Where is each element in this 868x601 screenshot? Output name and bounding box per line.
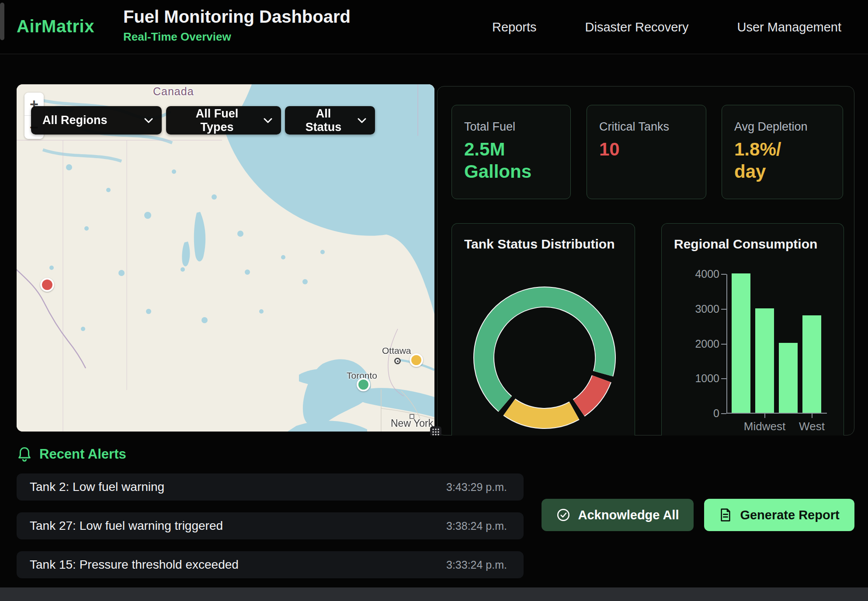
- alert-row[interactable]: Tank 15: Pressure threshold exceeded 3:3…: [17, 551, 524, 578]
- fuel-monitoring-dashboard: AirMatrix Fuel Monitoring Dashboard Real…: [0, 0, 868, 601]
- tank-status-donut-chart: [466, 279, 623, 436]
- region-filter-value: All Regions: [42, 114, 108, 127]
- alerts-title: Recent Alerts: [39, 446, 126, 462]
- y-axis-tick-label: 3000: [673, 303, 719, 315]
- bar: [779, 343, 798, 413]
- x-axis-tick: [764, 414, 765, 418]
- ottawa-town-icon: [394, 358, 401, 364]
- generate-report-button[interactable]: Generate Report: [704, 499, 854, 531]
- header: AirMatrix Fuel Monitoring Dashboard Real…: [0, 0, 868, 54]
- stat-card-total-fuel: Total Fuel 2.5MGallons: [451, 105, 571, 199]
- document-icon: [719, 508, 732, 522]
- stat-label: Critical Tanks: [599, 120, 706, 134]
- fuel-type-filter-value: All Fuel Types: [177, 107, 257, 134]
- status-filter-value: All Status: [296, 107, 351, 134]
- alerts-heading: Recent Alerts: [17, 446, 126, 463]
- nav-disaster-recovery[interactable]: Disaster Recovery: [585, 20, 689, 35]
- tank-marker-normal[interactable]: [357, 378, 370, 391]
- left-edge-scrollbar[interactable]: [0, 3, 4, 40]
- tank-marker-warning[interactable]: [410, 353, 423, 367]
- alert-message: Tank 2: Low fuel warning: [30, 480, 164, 494]
- region-filter-select[interactable]: All Regions: [31, 106, 162, 135]
- map-label-canada: Canada: [153, 85, 194, 98]
- alert-message: Tank 15: Pressure threshold exceeded: [30, 558, 239, 572]
- x-axis-tick-label: West: [781, 420, 843, 433]
- bar: [802, 315, 821, 413]
- brand-logo[interactable]: AirMatrix: [17, 17, 94, 36]
- alert-timestamp: 3:33:24 p.m.: [446, 559, 507, 571]
- y-axis-tick-label: 0: [673, 407, 719, 420]
- y-axis-tick-label: 1000: [673, 372, 719, 385]
- map-label-ottawa: Ottawa: [382, 345, 411, 356]
- generate-report-label: Generate Report: [740, 508, 839, 522]
- y-axis-tick: [721, 378, 726, 379]
- regional-consumption-bar-chart: 01000200030004000MidwestWest: [726, 274, 827, 414]
- acknowledge-all-label: Acknowledge All: [578, 508, 679, 522]
- map-label-new-york: New York: [391, 418, 433, 429]
- chevron-down-icon: [144, 118, 153, 123]
- y-axis-tick-label: 2000: [673, 338, 719, 350]
- check-circle-icon: [556, 508, 570, 522]
- page-subtitle: Real-Time Overview: [123, 30, 351, 44]
- main-nav: Reports Disaster Recovery User Managemen…: [492, 0, 841, 54]
- y-axis-tick: [721, 274, 726, 275]
- alert-message: Tank 27: Low fuel warning triggered: [30, 519, 223, 533]
- overview-panel: Total Fuel 2.5MGallons Critical Tanks 10…: [437, 86, 854, 435]
- x-axis-tick: [812, 414, 812, 418]
- alert-timestamp: 3:43:29 p.m.: [446, 481, 507, 494]
- chevron-down-icon: [264, 118, 272, 123]
- alert-row[interactable]: Tank 2: Low fuel warning 3:43:29 p.m.: [17, 473, 524, 501]
- stat-card-critical-tanks: Critical Tanks 10: [587, 105, 706, 199]
- chart-title: Tank Status Distribution: [464, 237, 615, 252]
- nav-user-management[interactable]: User Management: [737, 20, 841, 35]
- acknowledge-all-button[interactable]: Acknowledge All: [542, 499, 694, 531]
- fuel-type-filter-select[interactable]: All Fuel Types: [166, 106, 281, 135]
- nav-reports[interactable]: Reports: [492, 20, 537, 35]
- grip-dots-icon: [432, 428, 440, 436]
- y-axis-tick: [721, 344, 726, 345]
- stat-value: 1.8%/day: [734, 138, 843, 183]
- stat-value: 2.5MGallons: [464, 138, 570, 183]
- stat-card-avg-depletion: Avg Depletion 1.8%/day: [722, 105, 843, 199]
- recent-alerts-section: Recent Alerts Tank 2: Low fuel warning 3…: [0, 435, 868, 587]
- title-block: Fuel Monitoring Dashboard Real-Time Over…: [123, 7, 351, 44]
- bar: [755, 308, 774, 413]
- page-title: Fuel Monitoring Dashboard: [123, 7, 351, 27]
- bottom-bar: [0, 587, 868, 601]
- y-axis-tick: [721, 309, 726, 310]
- status-filter-select[interactable]: All Status: [285, 106, 375, 135]
- tank-marker-critical[interactable]: [40, 278, 54, 292]
- alert-timestamp: 3:38:24 p.m.: [446, 520, 507, 532]
- bar: [732, 273, 750, 413]
- stat-value: 10: [599, 138, 706, 160]
- tank-map[interactable]: Canada Ottawa Toronto New York + − All R…: [17, 84, 434, 432]
- regional-consumption-chart-card: Regional Consumption 01000200030004000Mi…: [661, 223, 844, 436]
- y-axis-tick-label: 4000: [673, 268, 719, 280]
- stat-label: Avg Depletion: [734, 120, 843, 134]
- stat-label: Total Fuel: [464, 120, 570, 134]
- bell-icon: [17, 446, 32, 463]
- chevron-down-icon: [358, 118, 366, 123]
- alert-row[interactable]: Tank 27: Low fuel warning triggered 3:38…: [17, 512, 524, 539]
- chart-title: Regional Consumption: [674, 237, 817, 252]
- y-axis-tick: [721, 413, 726, 414]
- tank-status-chart-card: Tank Status Distribution: [451, 223, 635, 436]
- new-york-town-icon: [410, 414, 414, 419]
